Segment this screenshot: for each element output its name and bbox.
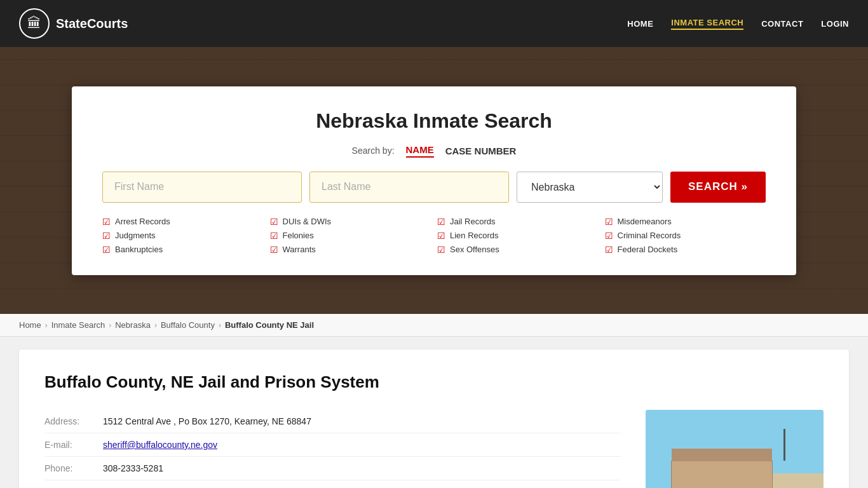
nav-inmate-search[interactable]: INMATE SEARCH: [671, 18, 743, 30]
state-select[interactable]: Nebraska Alabama Alaska Arizona Arkansas…: [517, 172, 663, 203]
search-card: Nebraska Inmate Search Search by: NAME C…: [72, 86, 796, 275]
email-label: E-mail:: [44, 440, 95, 450]
search-button[interactable]: SEARCH »: [670, 172, 766, 203]
tab-name[interactable]: NAME: [406, 144, 434, 158]
breadcrumb-sep-3: ›: [154, 321, 157, 330]
breadcrumb-nebraska[interactable]: Nebraska: [115, 320, 151, 330]
main-content: Buffalo County, NE Jail and Prison Syste…: [0, 337, 868, 488]
feature-label: Jail Records: [450, 217, 496, 226]
last-name-input[interactable]: [309, 172, 509, 203]
feature-item: ☑Warrants: [270, 245, 431, 255]
nav-login[interactable]: LOGIN: [821, 19, 849, 29]
breadcrumb-sep-2: ›: [109, 321, 111, 330]
site-header: 🏛 StateCourts HOME INMATE SEARCH CONTACT…: [0, 0, 868, 47]
features-grid: ☑Arrest Records☑DUIs & DWIs☑Jail Records…: [102, 217, 766, 255]
first-name-input[interactable]: [102, 172, 302, 203]
feature-item: ☑Arrest Records: [102, 217, 264, 227]
check-icon: ☑: [605, 231, 613, 241]
main-nav: HOME INMATE SEARCH CONTACT LOGIN: [627, 18, 849, 30]
site-name: StateCourts: [56, 17, 128, 31]
check-icon: ☑: [437, 217, 445, 227]
phone-row: Phone: 308-2333-5281: [44, 457, 620, 480]
phone-value: 308-2333-5281: [103, 463, 163, 473]
breadcrumb-current: Buffalo County NE Jail: [225, 320, 314, 330]
check-icon: ☑: [102, 217, 111, 227]
address-label: Address:: [44, 416, 95, 426]
feature-item: ☑Bankruptcies: [102, 245, 264, 255]
email-link[interactable]: sheriff@buffalocounty.ne.gov: [103, 440, 217, 450]
feature-label: Judgments: [115, 231, 156, 240]
breadcrumb-home[interactable]: Home: [19, 320, 41, 330]
breadcrumb-inmate-search[interactable]: Inmate Search: [51, 320, 105, 330]
feature-label: DUIs & DWIs: [283, 217, 332, 226]
antenna-illustration: [783, 429, 785, 461]
hero-section: COURTHOUSE Nebraska Inmate Search Search…: [0, 47, 868, 314]
building-illustration: [671, 461, 773, 488]
fax-row: Fax: 308-236-5246: [44, 480, 620, 488]
feature-item: ☑Felonies: [270, 231, 431, 241]
info-table: Address: 1512 Central Ave , Po Box 1270,…: [44, 410, 620, 488]
feature-label: Bankruptcies: [115, 245, 163, 254]
search-title: Nebraska Inmate Search: [102, 109, 766, 133]
feature-item: ☑Criminal Records: [605, 231, 766, 241]
breadcrumb-buffalo-county[interactable]: Buffalo County: [161, 320, 215, 330]
nav-contact[interactable]: CONTACT: [761, 19, 803, 29]
feature-item: ☑Lien Records: [437, 231, 599, 241]
feature-label: Criminal Records: [618, 231, 681, 240]
nav-home[interactable]: HOME: [627, 19, 653, 29]
email-row: E-mail: sheriff@buffalocounty.ne.gov: [44, 433, 620, 457]
content-card: Buffalo County, NE Jail and Prison Syste…: [19, 349, 849, 488]
email-value: sheriff@buffalocounty.ne.gov: [103, 440, 217, 450]
feature-label: Lien Records: [450, 231, 499, 240]
search-by-label: Search by:: [352, 146, 395, 156]
check-icon: ☑: [605, 245, 613, 255]
feature-item: ☑Misdemeanors: [605, 217, 766, 227]
breadcrumb-sep-1: ›: [45, 321, 48, 330]
info-section: Address: 1512 Central Ave , Po Box 1270,…: [44, 410, 824, 488]
feature-label: Federal Dockets: [618, 245, 678, 254]
feature-label: Arrest Records: [115, 217, 170, 226]
site-logo[interactable]: 🏛 StateCourts: [19, 8, 128, 39]
address-value: 1512 Central Ave , Po Box 1270, Kearney,…: [103, 416, 311, 426]
check-icon: ☑: [605, 217, 613, 227]
check-icon: ☑: [437, 245, 445, 255]
phone-label: Phone:: [44, 463, 95, 473]
tab-case-number[interactable]: CASE NUMBER: [445, 146, 517, 156]
check-icon: ☑: [102, 245, 111, 255]
feature-label: Sex Offenses: [450, 245, 499, 254]
feature-item: ☑Sex Offenses: [437, 245, 599, 255]
facility-title: Buffalo County, NE Jail and Prison Syste…: [44, 372, 824, 392]
feature-item: ☑Federal Dockets: [605, 245, 766, 255]
feature-item: ☑Judgments: [102, 231, 264, 241]
check-icon: ☑: [102, 231, 111, 241]
search-inputs-row: Nebraska Alabama Alaska Arizona Arkansas…: [102, 172, 766, 203]
breadcrumb-sep-4: ›: [219, 321, 221, 330]
check-icon: ☑: [270, 217, 278, 227]
feature-item: ☑Jail Records: [437, 217, 599, 227]
feature-label: Misdemeanors: [618, 217, 672, 226]
address-row: Address: 1512 Central Ave , Po Box 1270,…: [44, 410, 620, 433]
check-icon: ☑: [270, 231, 278, 241]
feature-label: Felonies: [283, 231, 314, 240]
facility-image: [646, 410, 824, 488]
breadcrumb: Home › Inmate Search › Nebraska › Buffal…: [0, 314, 868, 337]
check-icon: ☑: [270, 245, 278, 255]
check-icon: ☑: [437, 231, 445, 241]
feature-label: Warrants: [283, 245, 316, 254]
logo-icon: 🏛: [19, 8, 50, 39]
search-by-row: Search by: NAME CASE NUMBER: [102, 144, 766, 158]
feature-item: ☑DUIs & DWIs: [270, 217, 431, 227]
